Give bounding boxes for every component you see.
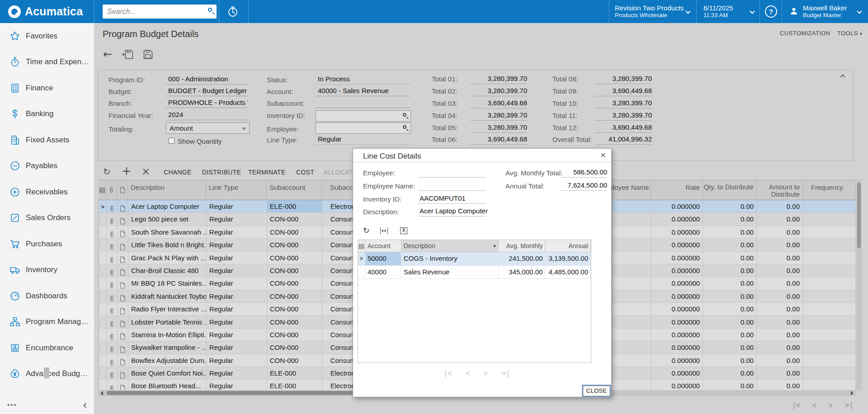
close-button[interactable]: CLOSE	[583, 386, 610, 396]
sidebar-item-encumbrance[interactable]: Encumbrance	[0, 335, 94, 361]
cell-line-type[interactable]: Regular	[207, 380, 267, 390]
last-page-button[interactable]: >|	[501, 369, 510, 377]
search-icon[interactable]	[208, 8, 212, 12]
cell-frequency[interactable]	[803, 329, 856, 341]
cell-rate[interactable]: 0.000000	[651, 252, 703, 264]
sidebar-item-favorites[interactable]: Favorites	[0, 23, 94, 49]
cell-rate[interactable]: 0.000000	[651, 290, 703, 302]
cell-rate[interactable]: 0.000000	[651, 316, 703, 328]
next-page-button[interactable]: >	[829, 401, 833, 409]
cell-rate[interactable]: 0.000000	[651, 213, 703, 225]
show-quantity-checkbox[interactable]	[169, 138, 175, 144]
sidebar-more-button[interactable]: •••	[7, 401, 17, 409]
cell-frequency[interactable]	[803, 277, 856, 289]
cell-subaccount[interactable]: CON-000	[267, 277, 322, 289]
scroll-right-icon[interactable]	[851, 391, 854, 395]
paperclip-icon[interactable]	[107, 290, 118, 302]
modal-employee-name-field[interactable]	[418, 181, 486, 191]
company-switcher[interactable]: Revision Two Products Products Wholesale	[615, 0, 696, 23]
fit-width-icon[interactable]: ↔	[380, 227, 388, 234]
sidebar-item-dashboards[interactable]: Dashboards	[0, 283, 94, 309]
sidebar-item-fixed-assets[interactable]: Fixed Assets	[0, 127, 94, 153]
row-selector-icon[interactable]: ▤	[99, 180, 106, 200]
sidebar-item-sales-orders[interactable]: Sales Orders	[0, 205, 94, 231]
cell-line-type[interactable]: Regular	[207, 290, 267, 302]
cell-rate[interactable]: 0.000000	[651, 329, 703, 341]
prev-page-button[interactable]: <	[466, 369, 470, 377]
cell-frequency[interactable]	[803, 354, 856, 367]
cell-description[interactable]: Stamina In-Motion Ellipti...	[128, 329, 207, 341]
cell-amount-to-distribute[interactable]: 0.00	[757, 226, 803, 238]
sidebar-item-purchases[interactable]: Purchases	[0, 231, 94, 257]
column-header-annual[interactable]: Annual	[545, 240, 591, 252]
cell-subaccount[interactable]: ELE-000	[267, 367, 322, 379]
cell-subaccount[interactable]: CON-000	[267, 290, 322, 302]
sidebar-item-finance[interactable]: Finance	[0, 75, 94, 101]
distribute-button[interactable]: DISTRIBUTE	[202, 169, 241, 176]
sidebar-scrollbar-thumb[interactable]	[44, 367, 49, 378]
column-header-frequency[interactable]: Frequency	[803, 180, 856, 200]
account-field[interactable]: 40000 - Sales Revenue	[316, 87, 411, 96]
cell-description[interactable]: Radio Flyer Interactive ...	[128, 303, 207, 315]
budget-field[interactable]: BUDGET - Budget Ledger	[166, 87, 248, 96]
cell-description[interactable]: Bowflex Adjustable Dum...	[128, 354, 207, 367]
cell-line-type[interactable]: Regular	[207, 213, 267, 225]
paperclip-icon[interactable]	[107, 380, 118, 390]
cell-subaccount[interactable]: CON-000	[267, 239, 322, 251]
cell-description[interactable]: Char-Broil Classic 480	[128, 264, 207, 277]
export-to-excel-icon[interactable]: X	[400, 227, 407, 234]
sidebar-item-receivables[interactable]: Receivables	[0, 179, 94, 205]
cell-amount-to-distribute[interactable]: 0.00	[757, 239, 803, 251]
cell-rate[interactable]: 0.000000	[651, 239, 703, 251]
cell-subaccount[interactable]: ELE-000	[267, 380, 322, 390]
column-header-rate[interactable]: Rate	[651, 180, 703, 200]
column-header-description[interactable]: Description ▾	[401, 240, 499, 252]
cell-amount-to-distribute[interactable]: 0.00	[757, 252, 803, 264]
cell-account[interactable]: 40000	[365, 266, 401, 279]
note-icon[interactable]	[118, 290, 128, 302]
refresh-icon[interactable]: ↻	[103, 166, 111, 177]
modal-employee-field[interactable]	[418, 168, 486, 178]
lookup-magnifier-icon[interactable]	[403, 125, 406, 129]
search-input[interactable]	[103, 5, 217, 19]
note-icon[interactable]	[118, 367, 128, 379]
cell-amount-to-distribute[interactable]: 0.00	[757, 316, 803, 328]
cell-subaccount[interactable]: CON-000	[267, 264, 322, 277]
cell-description[interactable]: Bose Quiet Comfort Noi...	[128, 367, 207, 379]
cell-line-type[interactable]: Regular	[207, 303, 267, 315]
cell-frequency[interactable]	[803, 239, 856, 251]
cell-rate[interactable]: 0.000000	[651, 354, 703, 367]
save-and-close-icon[interactable]	[122, 50, 133, 59]
cell-qty-to-distribute[interactable]: 0.00	[703, 252, 757, 264]
cell-subaccount[interactable]: CON-000	[267, 354, 322, 367]
paperclip-icon[interactable]	[107, 341, 118, 353]
cell-amount-to-distribute[interactable]: 0.00	[757, 354, 803, 367]
cell-qty-to-distribute[interactable]: 0.00	[703, 316, 757, 328]
financial-year-field[interactable]: 2024	[166, 111, 248, 120]
cell-subaccount[interactable]: CON-000	[267, 316, 322, 328]
paperclip-icon[interactable]	[107, 264, 118, 277]
note-icon[interactable]	[118, 200, 128, 212]
cell-line-type[interactable]: Regular	[207, 264, 267, 277]
cell-line-type[interactable]: Regular	[207, 341, 267, 353]
column-header-amount-to-distribute[interactable]: Amount to Distribute	[757, 180, 803, 200]
sidebar-item-payables[interactable]: Payables	[0, 153, 94, 179]
cell-line-type[interactable]: Regular	[207, 200, 267, 212]
cell-rate[interactable]: 0.000000	[651, 200, 703, 212]
branch-field[interactable]: PRODWHOLE - Products Wholesale	[166, 99, 248, 108]
column-header-subaccount[interactable]: Subaccount	[267, 180, 322, 200]
cell-subaccount[interactable]: ELE-000	[267, 200, 322, 212]
column-header-description[interactable]: Description	[128, 180, 206, 200]
table-row[interactable]: > 50000 COGS - Inventory 241,500.00 3,13…	[358, 252, 591, 266]
column-header-qty-to-distribute[interactable]: Qty. to Distribute	[703, 180, 757, 200]
cell-subaccount[interactable]: CON-000	[267, 213, 322, 225]
cell-frequency[interactable]	[803, 380, 856, 390]
cell-frequency[interactable]	[803, 316, 856, 328]
paperclip-icon[interactable]	[107, 329, 118, 341]
column-header-account[interactable]: Account	[365, 240, 401, 252]
modal-description-field[interactable]: Acer Laptop Computer	[418, 207, 486, 216]
paperclip-icon[interactable]	[107, 213, 118, 225]
cell-line-type[interactable]: Regular	[207, 367, 267, 379]
column-header-avg-monthly[interactable]: Avg. Monthly	[499, 240, 546, 252]
back-button[interactable]: ←	[103, 48, 112, 61]
